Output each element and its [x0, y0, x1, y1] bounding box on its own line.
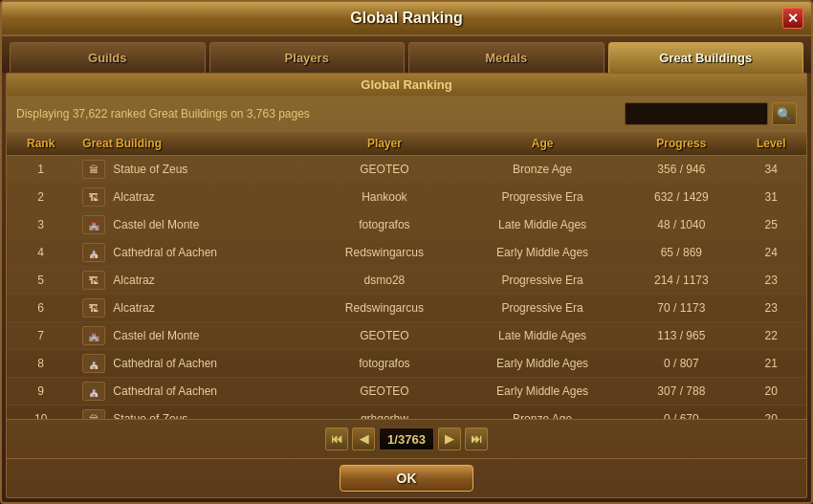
building-icon: 🏰 — [82, 326, 105, 345]
cell-progress: 356 / 946 — [626, 156, 736, 184]
cell-building: 🏗 Alcatraz — [75, 295, 311, 322]
table-row: 1 🏛 Statue of Zeus GEOTEO Bronze Age 356… — [7, 156, 806, 184]
building-name: Statue of Zeus — [113, 412, 187, 419]
building-icon: ⛪ — [82, 243, 105, 262]
tab-medals[interactable]: Medals — [408, 42, 604, 73]
display-count: Displaying 37,622 ranked Great Buildings… — [16, 107, 310, 121]
cell-rank: 7 — [7, 322, 75, 350]
title-bar: Global Ranking ✕ — [2, 2, 811, 36]
col-rank: Rank — [7, 132, 75, 156]
cell-rank: 4 — [7, 239, 75, 267]
cell-level: 23 — [736, 295, 806, 322]
cell-player: grhgorhw — [311, 405, 458, 420]
page-info: 1/3763 — [379, 427, 434, 450]
table-row: 6 🏗 Alcatraz Redswingarcus Progressive E… — [7, 295, 806, 322]
cell-progress: 0 / 670 — [626, 405, 736, 420]
col-building: Great Building — [75, 132, 311, 156]
table-row: 3 🏰 Castel del Monte fotografos Late Mid… — [7, 211, 806, 239]
tab-bar: Guilds Players Medals Great Buildings — [2, 36, 811, 73]
building-icon: 🏛 — [82, 409, 105, 419]
tab-guilds[interactable]: Guilds — [10, 42, 206, 73]
main-window: Global Ranking ✕ Guilds Players Medals G… — [0, 0, 813, 504]
cell-building: 🏰 Castel del Monte — [75, 322, 311, 350]
cell-player: Redswingarcus — [311, 295, 458, 322]
cell-rank: 9 — [7, 378, 75, 405]
building-name: Alcatraz — [113, 190, 154, 204]
table-row: 10 🏛 Statue of Zeus grhgorhw Bronze Age … — [7, 405, 806, 420]
cell-progress: 48 / 1040 — [626, 211, 736, 239]
tab-great-buildings[interactable]: Great Buildings — [608, 42, 804, 73]
tab-players[interactable]: Players — [209, 42, 406, 73]
col-player: Player — [311, 132, 458, 156]
table-header-row: Rank Great Building Player Age Progress … — [7, 132, 806, 156]
cell-building: ⛪ Cathedral of Aachen — [75, 239, 311, 267]
search-button[interactable]: 🔍 — [772, 102, 797, 125]
content-area: Global Ranking Displaying 37,622 ranked … — [6, 73, 807, 498]
cell-progress: 632 / 1429 — [626, 184, 736, 211]
col-level: Level — [736, 132, 806, 156]
cell-rank: 6 — [7, 295, 75, 322]
cell-progress: 0 / 807 — [626, 350, 736, 378]
col-progress: Progress — [626, 132, 736, 156]
building-icon: 🏰 — [82, 215, 105, 234]
building-name: Cathedral of Aachen — [113, 384, 217, 398]
table-body: 1 🏛 Statue of Zeus GEOTEO Bronze Age 356… — [7, 156, 806, 420]
cell-level: 22 — [736, 322, 806, 350]
cell-building: ⛪ Cathedral of Aachen — [75, 350, 311, 378]
building-name: Alcatraz — [113, 301, 154, 315]
cell-rank: 1 — [7, 156, 75, 184]
cell-age: Early Middle Ages — [458, 350, 626, 378]
first-page-button[interactable]: ⏮ — [325, 427, 348, 450]
cell-player: GEOTEO — [311, 322, 458, 350]
building-icon: 🏗 — [82, 187, 105, 207]
building-name: Castel del Monte — [113, 218, 199, 231]
cell-progress: 70 / 1173 — [626, 295, 736, 322]
cell-age: Early Middle Ages — [458, 378, 626, 405]
cell-player: dsmo28 — [311, 267, 458, 295]
building-icon: ⛪ — [82, 354, 105, 373]
cell-age: Bronze Age — [458, 405, 626, 420]
cell-player: Redswingarcus — [311, 239, 458, 267]
prev-page-button[interactable]: ◀ — [352, 427, 375, 450]
cell-progress: 307 / 788 — [626, 378, 736, 405]
pagination: ⏮ ◀ 1/3763 ▶ ⏭ — [7, 419, 806, 458]
building-name: Cathedral of Aachen — [113, 357, 217, 370]
cell-age: Progressive Era — [458, 184, 626, 211]
next-page-button[interactable]: ▶ — [438, 427, 461, 450]
table-row: 9 ⛪ Cathedral of Aachen GEOTEO Early Mid… — [7, 378, 806, 405]
cell-building: 🏰 Castel del Monte — [75, 211, 311, 239]
cell-age: Progressive Era — [458, 295, 626, 322]
table-row: 8 ⛪ Cathedral of Aachen fotografos Early… — [7, 350, 806, 378]
cell-building: 🏗 Alcatraz — [75, 184, 311, 211]
building-icon: ⛪ — [82, 382, 105, 401]
cell-age: Late Middle Ages — [458, 211, 626, 239]
cell-level: 25 — [736, 211, 806, 239]
cell-player: GEOTEO — [311, 156, 458, 184]
building-icon: 🏗 — [82, 298, 105, 318]
window-title: Global Ranking — [350, 10, 462, 27]
building-name: Statue of Zeus — [113, 163, 187, 176]
cell-rank: 2 — [7, 184, 75, 211]
cell-building: 🏛 Statue of Zeus — [75, 405, 311, 420]
col-age: Age — [458, 132, 626, 156]
close-button[interactable]: ✕ — [782, 8, 803, 29]
cell-age: Bronze Age — [458, 156, 626, 184]
cell-rank: 8 — [7, 350, 75, 378]
rankings-table: Rank Great Building Player Age Progress … — [7, 132, 806, 419]
cell-level: 23 — [736, 267, 806, 295]
building-name: Castel del Monte — [113, 329, 199, 342]
ok-button[interactable]: OK — [340, 465, 473, 492]
building-icon: 🏛 — [82, 160, 105, 179]
table-row: 7 🏰 Castel del Monte GEOTEO Late Middle … — [7, 322, 806, 350]
section-title: Global Ranking — [7, 74, 806, 97]
building-name: Cathedral of Aachen — [113, 246, 217, 259]
cell-level: 20 — [736, 405, 806, 420]
cell-player: GEOTEO — [311, 378, 458, 405]
cell-level: 34 — [736, 156, 806, 184]
table-row: 4 ⛪ Cathedral of Aachen Redswingarcus Ea… — [7, 239, 806, 267]
search-input[interactable] — [625, 102, 768, 125]
search-area: 🔍 — [625, 102, 797, 125]
ok-btn-area: OK — [7, 458, 806, 497]
cell-progress: 65 / 869 — [626, 239, 736, 267]
last-page-button[interactable]: ⏭ — [465, 427, 488, 450]
